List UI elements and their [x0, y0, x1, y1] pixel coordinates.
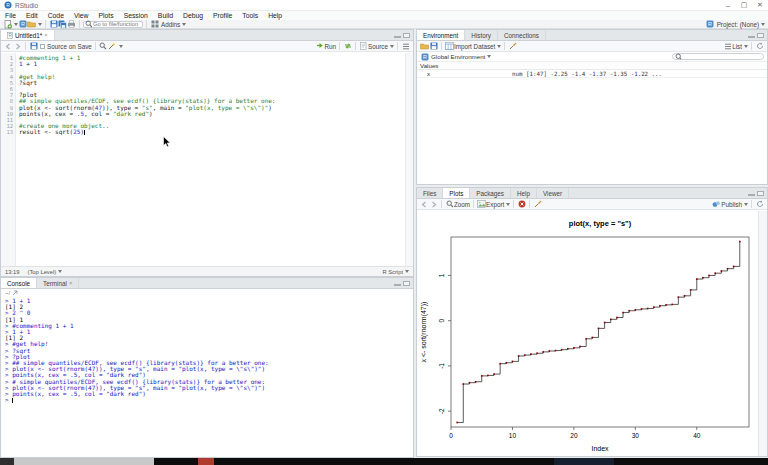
working-directory: ~/ — [5, 290, 10, 296]
load-workspace-icon[interactable] — [420, 42, 429, 51]
environment-search-input[interactable] — [672, 53, 764, 60]
pane-maximize-icon[interactable] — [757, 33, 764, 38]
menu-profile[interactable]: Profile — [208, 11, 237, 20]
next-plot-icon[interactable] — [429, 200, 438, 209]
goto-file-input[interactable] — [83, 21, 143, 28]
tab-packages[interactable]: Packages — [470, 188, 511, 198]
console-output[interactable]: > 1 + 1[1] 2> 2 ^ 0[1] 1> #commenting 1 … — [1, 297, 413, 403]
search-icon — [675, 54, 681, 60]
tab-files[interactable]: Files — [417, 188, 443, 198]
app-icon: R — [3, 1, 12, 10]
svg-text:plot(x, type = "s"): plot(x, type = "s") — [569, 219, 632, 228]
addins-button[interactable]: Addins — [161, 21, 180, 28]
close-tab-icon[interactable]: × — [44, 32, 48, 38]
r-cube-icon: R — [420, 52, 429, 61]
outline-icon[interactable] — [401, 42, 410, 51]
save-icon[interactable] — [49, 20, 58, 29]
back-icon[interactable] — [4, 42, 13, 51]
svg-text:1: 1 — [438, 273, 445, 277]
console-pane: ConsoleTerminal× ~/ > 1 + 1[1] 2> 2 ^ 0[… — [0, 277, 414, 458]
run-icon — [315, 42, 324, 51]
source-on-save-checkbox[interactable] — [40, 44, 45, 49]
open-wd-icon[interactable] — [12, 290, 18, 296]
remove-plot-icon[interactable] — [517, 200, 526, 209]
source-button[interactable]: Source — [368, 43, 388, 50]
print-icon[interactable] — [67, 20, 76, 29]
source-tabstrip: R Untitled1* × — [1, 30, 413, 41]
close-button[interactable]: ✕ — [752, 1, 768, 9]
save-workspace-icon[interactable] — [429, 42, 438, 51]
menu-plots[interactable]: Plots — [94, 11, 119, 20]
list-view-icon — [723, 42, 732, 51]
pane-minimize-icon[interactable] — [748, 36, 755, 38]
source-pane: R Untitled1* × Source on Save Run Source… — [0, 29, 414, 277]
file-type-selector[interactable]: R Script — [382, 269, 403, 275]
clear-workspace-broom-icon[interactable] — [508, 42, 517, 51]
menu-bar: FileEditCodeViewPlotsSessionBuildDebugPr… — [0, 11, 768, 20]
pane-minimize-icon[interactable] — [394, 36, 401, 38]
code-line: result <- sqrt(25) — [19, 129, 405, 135]
menu-help[interactable]: Help — [263, 11, 287, 20]
tab-viewer[interactable]: Viewer — [537, 188, 569, 198]
pane-maximize-icon[interactable] — [403, 33, 410, 38]
svg-text:-1: -1 — [438, 363, 445, 369]
environment-scope-row: R Global Environment — [417, 52, 767, 62]
find-icon[interactable] — [99, 42, 108, 51]
import-dataset-button[interactable]: Import Dataset — [454, 43, 495, 50]
pane-maximize-icon[interactable] — [403, 281, 410, 286]
menu-session[interactable]: Session — [119, 11, 153, 20]
console-cwd-row: ~/ — [1, 289, 413, 297]
environment-scope-selector[interactable]: Global Environment — [431, 53, 485, 60]
open-folder-icon[interactable] — [27, 20, 36, 29]
publish-button[interactable]: Publish — [721, 201, 742, 208]
minimize-button[interactable]: – — [720, 2, 736, 9]
rerun-icon[interactable] — [343, 42, 352, 51]
svg-text:Index: Index — [591, 445, 609, 452]
new-file-icon[interactable] — [3, 20, 12, 29]
tab-untitled1[interactable]: R Untitled1* × — [1, 30, 55, 40]
source-doc-icon — [359, 42, 368, 51]
tab-connections[interactable]: Connections — [498, 30, 546, 40]
addins-grid-icon[interactable] — [150, 20, 159, 29]
refresh-icon[interactable] — [755, 200, 764, 209]
forward-icon[interactable] — [13, 42, 22, 51]
code-editor[interactable]: 12345678910111213 #commenting 1 + 11 + 1… — [1, 53, 405, 266]
environment-row[interactable]: xnum [1:47] -2.25 -1.4 -1.37 -1.35 -1.22… — [417, 70, 767, 78]
tab-console[interactable]: Console — [1, 278, 37, 288]
plots-scrollbar[interactable] — [758, 211, 767, 456]
svg-text:10: 10 — [509, 432, 517, 439]
previous-plot-icon[interactable] — [420, 200, 429, 209]
tab-help[interactable]: Help — [511, 188, 537, 198]
project-selector[interactable]: Project: (None) — [717, 21, 759, 28]
maximize-button[interactable]: ▢ — [736, 1, 752, 9]
console-line: > — [5, 397, 413, 403]
new-project-icon[interactable]: R — [18, 20, 27, 29]
close-tab-icon[interactable]: × — [69, 280, 73, 286]
editor-scrollbar[interactable] — [405, 53, 413, 266]
plot-canvas: plot(x, type = "s")010203040-2-101Indexx… — [417, 211, 767, 456]
code-lines: #commenting 1 + 11 + 1 #get help!?sqrt ?… — [16, 53, 405, 266]
scope-selector[interactable]: (Top Level) — [28, 269, 57, 275]
svg-text:R: R — [708, 21, 712, 27]
pane-maximize-icon[interactable] — [757, 191, 764, 196]
clear-plots-broom-icon[interactable] — [533, 200, 542, 209]
list-view-button[interactable]: List — [732, 43, 742, 50]
menu-tools[interactable]: Tools — [237, 11, 263, 20]
tab-terminal[interactable]: Terminal× — [37, 278, 79, 288]
pane-minimize-icon[interactable] — [748, 194, 755, 196]
tab-environment[interactable]: Environment — [417, 30, 465, 40]
plots-pane: FilesPlotsPackagesHelpViewer Zoom Export… — [416, 187, 768, 457]
line-number-gutter: 12345678910111213 — [1, 53, 16, 266]
save-icon[interactable] — [29, 42, 38, 51]
code-tools-icon[interactable] — [108, 42, 117, 51]
zoom-plot-button[interactable]: Zoom — [454, 201, 470, 208]
save-all-icon[interactable] — [58, 20, 67, 29]
menu-debug[interactable]: Debug — [178, 11, 208, 20]
import-dataset-icon — [445, 42, 454, 51]
refresh-icon[interactable] — [755, 42, 764, 51]
pane-minimize-icon[interactable] — [394, 284, 401, 286]
export-button[interactable]: Export — [486, 201, 504, 208]
tab-plots[interactable]: Plots — [443, 188, 470, 198]
tab-history[interactable]: History — [465, 30, 498, 40]
run-button[interactable]: Run — [324, 43, 336, 50]
